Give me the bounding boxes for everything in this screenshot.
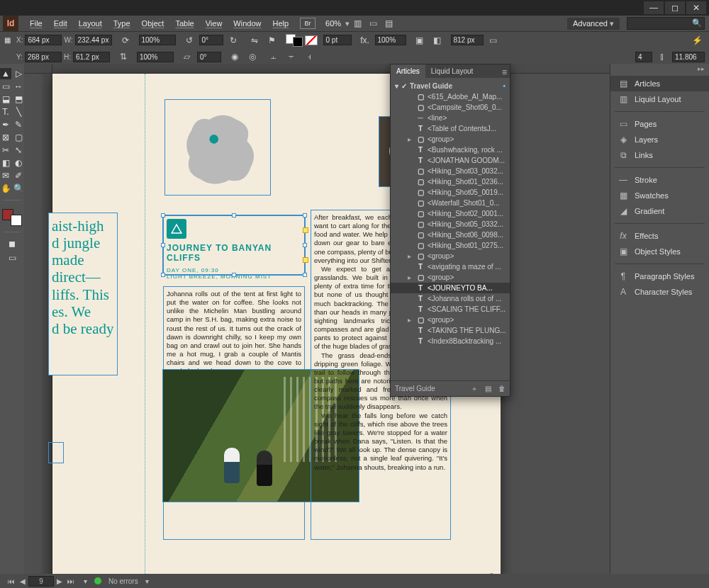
select-container-icon[interactable]: ◉ — [227, 50, 242, 64]
menu-view[interactable]: View — [200, 16, 228, 31]
content-placer-tool-icon[interactable]: ⬒ — [13, 94, 24, 105]
dock-layers[interactable]: ◈Layers — [610, 132, 709, 147]
menu-window[interactable]: Window — [228, 16, 267, 31]
free-transform-tool-icon[interactable]: ⤡ — [13, 145, 24, 156]
dock-pages[interactable]: ▭Pages — [610, 116, 709, 132]
text-wrap-icon[interactable]: ▣ — [412, 33, 428, 47]
dock-character-styles[interactable]: ACharacter Styles — [610, 284, 709, 300]
scale-y-field[interactable]: 100% — [137, 52, 174, 62]
window-close-button[interactable]: ✕ — [686, 1, 706, 14]
panel-menu-icon[interactable]: ≡ — [502, 67, 507, 77]
articles-item[interactable]: T<SCALING THE CLIFF... — [391, 304, 510, 315]
quick-apply-icon[interactable]: ⚡ — [689, 33, 705, 47]
thumb-frame[interactable] — [48, 442, 64, 463]
bridge-button[interactable]: Br — [300, 18, 316, 29]
include-checkbox[interactable] — [401, 82, 407, 90]
pen-tool-icon[interactable]: ✒ — [0, 119, 11, 130]
menu-type[interactable]: Type — [108, 16, 136, 31]
dock-stroke[interactable]: —Stroke — [610, 172, 709, 188]
prev-page-icon[interactable]: ◀ — [17, 577, 28, 585]
body-column-1[interactable]: Johanna rolls out of the tent at first l… — [163, 286, 305, 540]
pencil-tool-icon[interactable]: ✎ — [13, 119, 24, 130]
dock-links[interactable]: ⧉Links — [610, 147, 709, 163]
gradient-swatch-tool-icon[interactable]: ◧ — [0, 157, 11, 169]
dock-object-styles[interactable]: ▣Object Styles — [610, 244, 709, 259]
articles-item[interactable]: ▢<Hiking_Shot06_0098... — [391, 230, 510, 240]
shear-icon[interactable]: ▱ — [179, 50, 195, 64]
rectangle-frame-tool-icon[interactable]: ⊠ — [0, 132, 11, 143]
workspace-switcher[interactable]: Advanced ▾ — [567, 18, 620, 30]
view-options-icon[interactable]: ▥ — [350, 16, 365, 30]
liquid-layout-tab[interactable]: Liquid Layout — [425, 64, 479, 78]
articles-item[interactable]: T<Johanna rolls out of ... — [391, 293, 510, 304]
y-field[interactable]: 268 px — [25, 52, 62, 62]
preflight-status-icon[interactable] — [94, 577, 101, 584]
apply-color-icon[interactable]: ◼ — [6, 238, 18, 249]
next-page-icon[interactable]: ▶ — [54, 577, 65, 585]
articles-item[interactable]: ▢<Hiking_Shot02_0001... — [391, 208, 510, 219]
note-tool-icon[interactable]: ✉ — [0, 170, 11, 181]
horizontal-ruler[interactable] — [52, 64, 610, 74]
dock-gradient[interactable]: ◢Gradient — [610, 203, 709, 219]
articles-item[interactable]: ▸▢<group> — [391, 251, 510, 261]
no-fill-icon[interactable] — [305, 35, 318, 45]
grid-x-field[interactable]: 812 px — [451, 35, 484, 45]
rotate-ccw-icon[interactable]: ↺ — [182, 33, 197, 47]
align-left-icon[interactable]: ⫠ — [266, 50, 281, 64]
collapse-dock-icon[interactable]: ▸▸ — [610, 65, 709, 74]
new-article-icon[interactable]: ＋ — [471, 384, 478, 394]
window-minimize-button[interactable]: — — [644, 1, 664, 14]
x-field[interactable]: 684 px — [25, 35, 62, 45]
w-field[interactable]: 232.44 px — [75, 35, 112, 45]
opacity-field[interactable]: 100% — [375, 35, 406, 45]
type-tool-icon[interactable]: T. — [0, 106, 11, 118]
articles-root[interactable]: ▾ Travel Guide • — [391, 81, 510, 91]
page-navigator[interactable]: ⏮ ◀ 9 ▶ ⏭ — [6, 576, 77, 587]
articles-item[interactable]: ▢<Hiking_Shot03_0032... — [391, 166, 510, 176]
dock-liquid-layout[interactable]: ▥Liquid Layout — [610, 91, 709, 107]
disclosure-triangle-icon[interactable]: ▸ — [405, 273, 413, 281]
disclosure-triangle-icon[interactable]: ▸ — [405, 316, 413, 324]
disclosure-triangle-icon[interactable]: ▸ — [405, 135, 413, 143]
journey-heading-frame[interactable]: JOURNEY TO BANYAN CLIFFS DAY ONE, 09:30 … — [163, 215, 305, 275]
gradient-feather-tool-icon[interactable]: ◐ — [13, 157, 24, 169]
rotate-cw-icon[interactable]: ↻ — [225, 33, 241, 47]
h-field[interactable]: 61.2 px — [73, 52, 110, 62]
menu-layout[interactable]: Layout — [73, 16, 108, 31]
menu-help[interactable]: Help — [267, 16, 294, 31]
articles-item[interactable]: ▢<Hiking_Shot01_0236... — [391, 176, 510, 187]
articles-item[interactable]: ▢<Campsite_Shot06_0... — [391, 102, 510, 113]
window-maximize-button[interactable]: ◻ — [665, 1, 685, 14]
align-right-icon[interactable]: ⫞ — [301, 50, 317, 64]
articles-item[interactable]: ▸▢<group> — [391, 315, 510, 325]
articles-item[interactable]: T<Bushwhacking, rock ... — [391, 145, 510, 155]
articles-item[interactable]: T<Index8Backtracking ... — [391, 336, 510, 346]
articles-item[interactable]: T<TAKING THE PLUNG... — [391, 325, 510, 336]
articles-item[interactable]: ▢<615_Adobe_AI_Map... — [391, 91, 510, 102]
menu-object[interactable]: Object — [136, 16, 170, 31]
delete-article-icon[interactable]: 🗑 — [498, 385, 506, 392]
dock-paragraph-styles[interactable]: ¶Paragraph Styles — [610, 268, 709, 284]
dock-articles[interactable]: ▤Articles — [610, 76, 709, 91]
scale-x-field[interactable]: 100% — [139, 35, 176, 45]
articles-item[interactable]: T<JONATHAN GOODM... — [391, 155, 510, 166]
gutter-field[interactable]: 11.806 — [672, 52, 705, 62]
current-page-field[interactable]: 9 — [28, 576, 54, 587]
dock-effects[interactable]: fxEffects — [610, 228, 709, 244]
map-frame[interactable] — [164, 99, 271, 196]
articles-item[interactable]: T<Table of ContentsJ... — [391, 123, 510, 134]
constrain-link-icon[interactable]: ⇅ — [116, 50, 131, 64]
menu-edit[interactable]: Edit — [48, 16, 73, 31]
intro-text-frame[interactable]: aist-high d jungle made direct— liffs. T… — [48, 213, 118, 375]
fill-stroke-swatch[interactable] — [286, 34, 303, 47]
menu-file[interactable]: File — [24, 16, 48, 31]
disclosure-triangle-icon[interactable]: ▸ — [405, 252, 413, 260]
scissors-tool-icon[interactable]: ✂ — [0, 145, 11, 156]
articles-item[interactable]: ▢<Hiking_Shot01_0275... — [391, 240, 510, 251]
align-center-icon[interactable]: ⫟ — [284, 50, 299, 64]
add-selection-icon[interactable]: ▤ — [485, 385, 491, 392]
constrain-proportions-icon[interactable]: ⟳ — [118, 33, 133, 47]
eyedropper-tool-icon[interactable]: ✐ — [13, 170, 24, 181]
dock-swatches[interactable]: ▦Swatches — [610, 188, 709, 203]
articles-item[interactable]: ▢<Hiking_Shot05_0332... — [391, 219, 510, 230]
